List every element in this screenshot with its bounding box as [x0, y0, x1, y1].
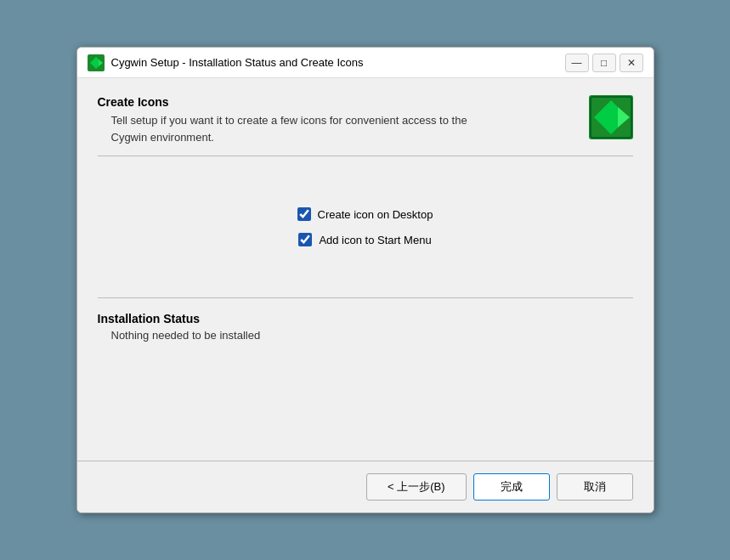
title-bar: Cygwin Setup - Installation Status and C… — [77, 48, 654, 78]
checkboxes-area: Create icon on Desktop Add icon to Start… — [98, 156, 633, 297]
minimize-button[interactable]: — — [565, 54, 589, 72]
desktop-icon-label: Create icon on Desktop — [318, 208, 433, 221]
installation-status-section: Installation Status Nothing needed to be… — [98, 298, 633, 367]
desktop-icon-checkbox[interactable] — [297, 207, 311, 221]
close-button[interactable]: ✕ — [620, 54, 643, 72]
startmenu-icon-checkbox-item[interactable]: Add icon to Start Menu — [298, 233, 431, 246]
button-bar: < 上一步(B) 完成 取消 — [77, 461, 654, 512]
section-desc: Tell setup if you want it to create a fe… — [111, 112, 467, 145]
title-bar-controls: — □ ✕ — [565, 54, 643, 72]
content-area: Create Icons Tell setup if you want it t… — [77, 78, 654, 461]
cancel-button[interactable]: 取消 — [557, 473, 633, 501]
startmenu-icon-label: Add icon to Start Menu — [319, 234, 431, 246]
maximize-button[interactable]: □ — [592, 54, 616, 72]
top-section: Create Icons Tell setup if you want it t… — [98, 95, 633, 156]
create-icons-header: Create Icons Tell setup if you want it t… — [98, 95, 467, 145]
title-bar-left: Cygwin Setup - Installation Status and C… — [88, 54, 364, 71]
back-button[interactable]: < 上一步(B) — [366, 473, 467, 501]
installation-status-desc: Nothing needed to be installed — [111, 329, 633, 342]
section-title: Create Icons — [98, 95, 467, 109]
cygwin-logo — [589, 95, 633, 139]
desktop-icon-checkbox-item[interactable]: Create icon on Desktop — [297, 207, 433, 221]
window-title: Cygwin Setup - Installation Status and C… — [111, 56, 364, 69]
installation-status-title: Installation Status — [98, 312, 633, 325]
main-window: Cygwin Setup - Installation Status and C… — [76, 47, 654, 513]
app-icon — [88, 54, 105, 71]
startmenu-icon-checkbox[interactable] — [298, 233, 312, 246]
finish-button[interactable]: 完成 — [473, 473, 550, 501]
